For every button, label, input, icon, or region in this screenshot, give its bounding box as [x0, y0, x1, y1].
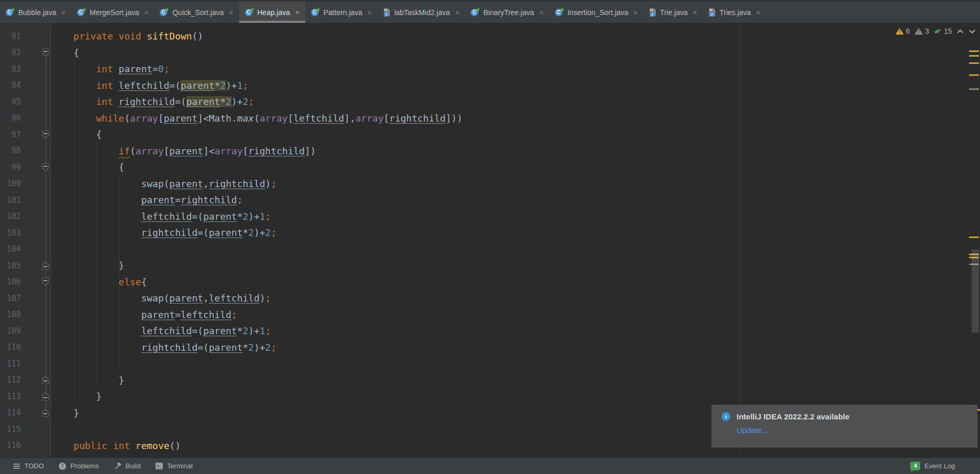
- code-text: parent=rightchild;: [51, 194, 242, 205]
- code-line: 101 parent=rightchild;: [0, 192, 980, 208]
- line-number[interactable]: 107: [0, 294, 21, 303]
- code-line: 98 if(array[parent]<array[rightchild]): [0, 143, 980, 160]
- line-number[interactable]: 114: [0, 408, 21, 417]
- code-text: }: [51, 391, 102, 402]
- stripe-mark-warning[interactable]: [977, 409, 980, 411]
- weak-warnings-indicator[interactable]: 3: [914, 27, 929, 35]
- code-text: parent=leftchild;: [51, 309, 237, 320]
- tab-Pattern.java[interactable]: CPattern.java×: [305, 2, 378, 23]
- code-editor[interactable]: 91 private void siftDown()92 {93 int par…: [0, 23, 980, 457]
- close-tab-icon[interactable]: ×: [144, 9, 148, 16]
- problems-icon: !: [59, 463, 66, 470]
- fold-expand-icon[interactable]: [42, 261, 49, 270]
- line-number[interactable]: 93: [0, 64, 21, 74]
- line-number[interactable]: 94: [0, 81, 21, 90]
- line-number[interactable]: 98: [0, 146, 21, 155]
- warnings-indicator[interactable]: 6: [895, 27, 910, 35]
- code-line: 112 }: [0, 372, 980, 389]
- close-tab-icon[interactable]: ×: [229, 9, 233, 16]
- toolwindow-terminal-button[interactable]: >_Terminal: [148, 458, 200, 474]
- close-tab-icon[interactable]: ×: [539, 9, 544, 16]
- fold-collapse-icon[interactable]: [42, 130, 49, 139]
- code-text: {: [51, 162, 124, 173]
- line-number[interactable]: 113: [0, 392, 21, 401]
- line-number[interactable]: 95: [0, 97, 21, 107]
- update-notification[interactable]: i IntelliJ IDEA 2022.2.2 available Updat…: [712, 405, 977, 447]
- line-number[interactable]: 92: [0, 48, 21, 57]
- code-text: if(array[parent]<array[rightchild]): [51, 146, 316, 156]
- toolwindow-build-button[interactable]: Build: [106, 458, 148, 474]
- resolved-indicator[interactable]: ✔✔ 15: [934, 27, 952, 35]
- line-number[interactable]: 110: [0, 343, 21, 352]
- tab-MergeSort.java[interactable]: CMergeSort.java×: [71, 2, 154, 23]
- code-line: 102 leftchild=(parent*2)+1;: [0, 208, 980, 225]
- code-text: int rightchild=(parent*2)+2;: [51, 96, 254, 107]
- terminal-icon-wrap: >_: [155, 462, 163, 470]
- update-link[interactable]: Update...: [737, 426, 849, 434]
- close-tab-icon[interactable]: ×: [61, 9, 66, 16]
- close-tab-icon[interactable]: ×: [367, 9, 371, 16]
- editor-scrollbar-thumb[interactable]: [972, 249, 979, 333]
- line-number[interactable]: 106: [0, 277, 21, 286]
- line-number[interactable]: 115: [0, 425, 21, 434]
- stripe-mark-warning[interactable]: [969, 50, 979, 52]
- stripe-mark-weak[interactable]: [969, 88, 979, 90]
- line-number[interactable]: 104: [0, 244, 21, 254]
- toolwindow-problems-button[interactable]: !Problems: [51, 458, 106, 474]
- fold-column: [21, 376, 51, 384]
- line-number[interactable]: 102: [0, 212, 21, 221]
- ok-count: 15: [944, 27, 952, 35]
- tab-Insertion_Sort.java[interactable]: CInsertion_Sort.java×: [549, 2, 643, 23]
- tab-labTaskMid2.java[interactable]: JlabTaskMid2.java×: [378, 2, 466, 23]
- line-number[interactable]: 101: [0, 195, 21, 205]
- close-tab-icon[interactable]: ×: [455, 9, 459, 16]
- fold-expand-icon[interactable]: [42, 392, 49, 401]
- code-line: 95 int rightchild=(parent*2)+2;: [0, 94, 980, 110]
- tab-BinaryTree.java[interactable]: CBinaryTree.java×: [465, 2, 549, 23]
- inspections-widget[interactable]: 6 3 ✔✔ 15: [895, 27, 976, 35]
- line-number[interactable]: 99: [0, 163, 21, 172]
- tab-Quick_Sort.java[interactable]: CQuick_Sort.java×: [154, 2, 239, 23]
- event-log-count-badge: 4: [910, 462, 920, 470]
- editor-tab-bar: CBubble.java×CMergeSort.java×CQuick_Sort…: [0, 0, 980, 23]
- line-number[interactable]: 96: [0, 113, 21, 123]
- line-number[interactable]: 103: [0, 228, 21, 238]
- line-number[interactable]: 111: [0, 359, 21, 368]
- tab-Heap.java[interactable]: CHeap.java×: [239, 2, 305, 23]
- fold-collapse-icon[interactable]: [42, 163, 49, 172]
- line-number[interactable]: 116: [0, 441, 21, 450]
- stripe-mark-warning[interactable]: [969, 55, 979, 57]
- previous-problem-button[interactable]: [957, 29, 964, 34]
- line-number[interactable]: 91: [0, 32, 21, 41]
- tab-label: MergeSort.java: [89, 8, 139, 17]
- close-tab-icon[interactable]: ×: [634, 9, 638, 16]
- line-number[interactable]: 108: [0, 310, 21, 319]
- close-tab-icon[interactable]: ×: [295, 9, 300, 16]
- error-stripe[interactable]: [969, 23, 980, 457]
- toolwindow-todo-button[interactable]: TODO: [5, 458, 51, 474]
- code-line: 108 parent=leftchild;: [0, 307, 980, 323]
- code-text: else{: [51, 276, 147, 287]
- toolwindow-label: TODO: [24, 462, 44, 470]
- line-number[interactable]: 97: [0, 130, 21, 139]
- tab-Tries.java[interactable]: JTries.java×: [703, 2, 766, 23]
- line-number[interactable]: 109: [0, 326, 21, 336]
- close-tab-icon[interactable]: ×: [693, 9, 697, 16]
- stripe-mark-warning[interactable]: [969, 62, 979, 64]
- fold-collapse-icon[interactable]: [42, 278, 49, 286]
- tab-Trie.java[interactable]: JTrie.java×: [643, 2, 703, 23]
- fold-expand-icon[interactable]: [42, 409, 49, 417]
- event-log-button[interactable]: 4 Event Log: [910, 462, 955, 470]
- fold-collapse-icon[interactable]: [42, 48, 49, 57]
- stripe-mark-warning[interactable]: [969, 74, 979, 76]
- fold-expand-icon[interactable]: [42, 376, 49, 384]
- tab-Bubble.java[interactable]: CBubble.java×: [0, 2, 71, 23]
- notification-title: IntelliJ IDEA 2022.2.2 available: [737, 411, 849, 422]
- line-number[interactable]: 112: [0, 375, 21, 385]
- close-tab-icon[interactable]: ×: [756, 9, 760, 16]
- stripe-mark-warning[interactable]: [969, 236, 979, 238]
- line-number[interactable]: 105: [0, 261, 21, 270]
- java-file-icon: J: [708, 8, 716, 17]
- line-number[interactable]: 100: [0, 179, 21, 188]
- code-line: 97 {: [0, 126, 980, 143]
